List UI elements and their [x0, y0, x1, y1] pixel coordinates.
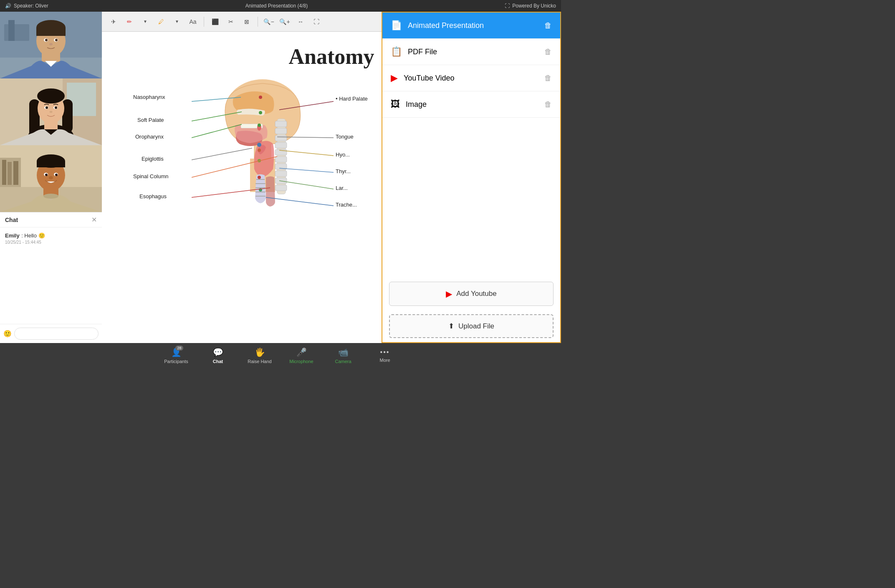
animated-presentation-icon: 📄: [391, 20, 402, 31]
svg-point-25: [55, 106, 57, 109]
add-youtube-button[interactable]: ▶ Add Youtube: [389, 282, 554, 306]
svg-line-82: [279, 181, 334, 189]
label-larynx: Lar...: [336, 185, 348, 191]
text-tool-button[interactable]: Aa: [186, 15, 200, 28]
svg-rect-47: [275, 121, 287, 127]
shape-tool-button[interactable]: ⬛: [208, 15, 222, 28]
dropdown-item-image[interactable]: 🖼 Image 🗑: [382, 91, 560, 118]
svg-point-70: [258, 176, 261, 179]
more-button[interactable]: ••• More: [372, 348, 397, 363]
chat-messages: Emily : Hello 🙂 10/25/21 - 15:44:45: [0, 227, 102, 324]
svg-point-11: [55, 39, 58, 41]
chat-label: Chat: [213, 359, 223, 364]
svg-point-42: [49, 176, 53, 179]
upload-file-button[interactable]: ⬆ Upload File: [389, 314, 554, 338]
highlight-tool-button[interactable]: 🖊: [154, 15, 168, 28]
dropdown-item-youtube[interactable]: ▶ YouTube Video 🗑: [382, 65, 560, 91]
media-dropdown-panel: 📄 Animated Presentation 🗑 📋 PDF File 🗑 ▶…: [382, 12, 561, 343]
delete-image-button[interactable]: 🗑: [544, 100, 552, 109]
microphone-button[interactable]: 🎤 Microphone: [289, 347, 314, 364]
svg-line-80: [279, 150, 334, 156]
svg-point-64: [259, 96, 262, 99]
powered-by: ⛶ Powered By Unicko: [505, 3, 556, 9]
participants-label: Participants: [164, 359, 188, 364]
chat-button[interactable]: 💬 Chat: [205, 347, 230, 364]
raise-hand-button[interactable]: 🖐 Raise Hand: [247, 347, 272, 364]
svg-point-67: [257, 143, 261, 147]
dropdown-item-pdf[interactable]: 📋 PDF File 🗑: [382, 39, 560, 65]
chat-close-button[interactable]: ✕: [91, 216, 97, 224]
label-epiglottis: Epiglottis: [142, 156, 164, 162]
svg-point-68: [258, 149, 261, 152]
delete-tool-button[interactable]: ⊠: [240, 15, 253, 28]
microphone-icon: 🎤: [296, 347, 307, 357]
arrow-tool-button[interactable]: ✈: [107, 15, 120, 28]
chat-header: Chat ✕: [0, 212, 102, 227]
add-youtube-label: Add Youtube: [456, 290, 496, 298]
anatomy-svg: [192, 77, 334, 257]
upload-icon: ⬆: [448, 322, 454, 331]
dropdown-spacer: [382, 118, 560, 278]
svg-point-10: [45, 39, 48, 41]
toolbar-separator-1: [204, 17, 204, 27]
participant-video-2: [0, 78, 102, 145]
expand-icon: ⛶: [505, 3, 510, 9]
svg-rect-2: [4, 24, 29, 41]
add-youtube-icon: ▶: [446, 289, 452, 299]
label-thyroid: Thyr...: [336, 168, 351, 174]
more-icon: •••: [380, 348, 390, 356]
svg-point-65: [259, 111, 262, 114]
svg-rect-50: [275, 142, 287, 148]
video-feed-2: [0, 78, 102, 145]
svg-rect-48: [275, 128, 287, 134]
chat-input-area: 🙂: [0, 324, 102, 343]
label-hyoid: Hyo...: [336, 151, 350, 158]
delete-pdf-button[interactable]: 🗑: [544, 48, 552, 56]
raise-hand-label: Raise Hand: [248, 359, 271, 364]
participants-button[interactable]: 👤 28 Participants: [164, 347, 189, 364]
chat-sender: Emily : Hello 🙂: [5, 232, 97, 239]
label-tongue: Tongue: [336, 134, 354, 140]
chat-input[interactable]: [14, 328, 99, 340]
delete-youtube-button[interactable]: 🗑: [544, 74, 552, 83]
video-feed-1: [0, 12, 102, 78]
svg-point-43: [43, 194, 58, 199]
svg-point-21: [37, 88, 65, 103]
dropdown-item-animated-presentation[interactable]: 📄 Animated Presentation 🗑: [382, 13, 560, 39]
svg-point-24: [46, 106, 48, 109]
image-label: Image: [406, 100, 539, 109]
svg-point-12: [49, 43, 53, 45]
pdf-icon: 📋: [391, 46, 402, 57]
message-timestamp: 10/25/21 - 15:44:45: [5, 240, 97, 245]
message-text: : Hello 🙂: [21, 232, 45, 239]
highlight-dropdown-button[interactable]: ▼: [170, 15, 184, 28]
powered-by-text: Powered By Unicko: [512, 3, 556, 9]
fullscreen-button[interactable]: ⛶: [310, 15, 323, 28]
bottom-bar: 👤 28 Participants 💬 Chat 🖐 Raise Hand 🎤 …: [0, 343, 561, 368]
top-bar: 🔊 Speaker: Oliver Animated Presentation …: [0, 0, 561, 12]
emoji-button[interactable]: 🙂: [3, 330, 12, 338]
zoom-in-button[interactable]: 🔍+: [278, 15, 291, 28]
microphone-label: Microphone: [289, 359, 313, 364]
cut-tool-button[interactable]: ✂: [224, 15, 238, 28]
svg-rect-56: [275, 185, 287, 191]
fit-width-button[interactable]: ↔: [294, 15, 307, 28]
svg-point-26: [50, 111, 53, 113]
delete-animated-presentation-button[interactable]: 🗑: [544, 21, 552, 30]
svg-rect-3: [8, 20, 15, 41]
upload-file-label: Upload File: [458, 322, 494, 331]
svg-rect-33: [13, 161, 18, 185]
svg-line-81: [279, 168, 334, 172]
svg-rect-54: [275, 171, 287, 177]
camera-button[interactable]: 📹 Camera: [331, 347, 356, 364]
zoom-out-button[interactable]: 🔍−: [262, 15, 276, 28]
pen-tool-button[interactable]: ✏: [123, 15, 136, 28]
camera-icon: 📹: [338, 347, 349, 357]
label-trachea: Trache...: [336, 202, 357, 208]
label-spinal-column: Spinal Column: [133, 173, 169, 179]
label-soft-palate: Soft Palate: [137, 117, 164, 123]
raise-hand-icon: 🖐: [255, 347, 265, 357]
pen-dropdown-button[interactable]: ▼: [139, 15, 152, 28]
svg-rect-7: [36, 28, 66, 36]
toolbar-separator-2: [258, 17, 258, 27]
